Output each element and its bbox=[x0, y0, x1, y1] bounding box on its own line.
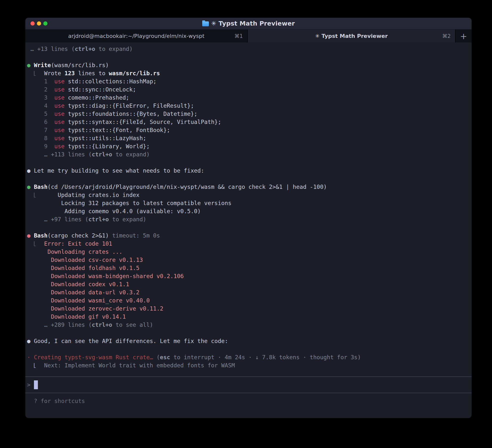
tool-result-error: Downloaded gif v0.14.1 bbox=[27, 313, 470, 321]
tool-result-error: Downloaded csv-core v0.1.13 bbox=[27, 256, 470, 264]
tab-shortcut: ⌘2 bbox=[442, 33, 451, 39]
prompt-input[interactable]: > bbox=[25, 377, 472, 393]
blank-line bbox=[27, 159, 470, 167]
code-line: 5 use typst::foundations::{Bytes, Dateti… bbox=[27, 110, 470, 118]
tool-result: Locking 312 packages to latest compatibl… bbox=[27, 199, 470, 207]
blank-line bbox=[27, 345, 470, 353]
code-line: 7 use typst::text::{Font, FontBook}; bbox=[27, 126, 470, 134]
tab-label: arjdroid@macbookair:~/Playground/elm/nix… bbox=[68, 33, 204, 39]
blank-line bbox=[27, 53, 470, 61]
blank-line bbox=[27, 175, 470, 183]
window-title: ✳ Typst Math Previewer bbox=[211, 20, 295, 27]
window-title-group: ✳ Typst Math Previewer bbox=[202, 20, 295, 27]
tool-result-write: Wrote 123 lines to wasm/src/lib.rs bbox=[27, 69, 470, 77]
result-connector-icon bbox=[34, 71, 36, 76]
assistant-message: ● Let me try building to see what needs … bbox=[27, 167, 470, 175]
tool-result-error: Downloading crates ... bbox=[27, 248, 470, 256]
tool-result-error: Downloaded data-url v0.3.2 bbox=[27, 288, 470, 297]
zoom-window-button[interactable] bbox=[43, 21, 47, 26]
prompt-symbol: > bbox=[27, 382, 34, 388]
tool-result: Updating crates.io index bbox=[27, 191, 470, 199]
titlebar[interactable]: ✳ Typst Math Previewer bbox=[25, 18, 472, 30]
blank-line bbox=[27, 329, 470, 337]
tool-result-error: Downloaded wasm-bindgen-shared v0.2.106 bbox=[27, 272, 470, 280]
code-line: 4 use typst::diag::{FileError, FileResul… bbox=[27, 102, 470, 110]
tool-result-error: Downloaded foldhash v0.1.5 bbox=[27, 264, 470, 272]
tool-result: Adding comemo v0.4.0 (available: v0.5.0) bbox=[27, 207, 470, 215]
tool-result-error: Downloaded zerovec-derive v0.11.2 bbox=[27, 305, 470, 313]
code-line: 1 use std::collections::HashMap; bbox=[27, 77, 470, 86]
window-controls bbox=[31, 18, 47, 29]
close-window-button[interactable] bbox=[31, 21, 35, 26]
tool-result-error: Downloaded wasmi_core v0.40.0 bbox=[27, 297, 470, 305]
shortcuts-hint: ? for shortcuts bbox=[25, 397, 472, 405]
tool-result-error: Downloaded codex v0.1.1 bbox=[27, 280, 470, 288]
spinner-status: · Creating typst-svg-wasm Rust crate… (e… bbox=[27, 353, 470, 361]
code-line: 6 use typst::syntax::{FileId, Source, Vi… bbox=[27, 118, 470, 126]
tool-call-bash: ● Bash(cargo check 2>&1) timeout: 5m 0s bbox=[27, 232, 470, 240]
collapsed-lines-note: … +97 lines (ctrl+o to expand) bbox=[27, 215, 470, 224]
collapsed-lines-note: … +289 lines (ctrl+o to see all) bbox=[27, 321, 470, 329]
tab-typst-math-previewer[interactable]: ✳ Typst Math Previewer ⌘2 bbox=[248, 30, 455, 43]
task-progress: Next: Implement World trait with embedde… bbox=[27, 361, 470, 370]
code-line: 2 use std::sync::OnceLock; bbox=[27, 86, 470, 94]
tool-call-bash: ● Bash(cd /Users/arjdroid/Playground/elm… bbox=[27, 183, 470, 191]
result-connector-icon bbox=[34, 193, 36, 197]
blank-line bbox=[27, 224, 470, 232]
code-line: 3 use comemo::Prehashed; bbox=[27, 94, 470, 102]
code-line: 9 use typst::{Library, World}; bbox=[27, 142, 470, 150]
tab-shortcut: ⌘1 bbox=[234, 33, 243, 39]
tab-label: ✳ Typst Math Previewer bbox=[315, 33, 388, 39]
minimize-window-button[interactable] bbox=[37, 21, 41, 26]
assistant-message: ● Good, I can see the API differences. L… bbox=[27, 337, 470, 345]
new-tab-button[interactable]: + bbox=[455, 30, 472, 43]
tool-call-write: ● Write(wasm/src/lib.rs) bbox=[27, 61, 470, 69]
terminal-window: ✳ Typst Math Previewer arjdroid@macbooka… bbox=[25, 18, 472, 418]
result-connector-icon bbox=[34, 363, 36, 368]
result-connector-icon bbox=[34, 241, 36, 246]
tab-bar: arjdroid@macbookair:~/Playground/elm/nix… bbox=[25, 30, 472, 43]
text-cursor bbox=[34, 380, 38, 389]
collapsed-lines-note: … +13 lines (ctrl+o to expand) bbox=[27, 45, 470, 53]
collapsed-lines-note: … +113 lines (ctrl+o to expand) bbox=[27, 150, 470, 159]
terminal-output: … +13 lines (ctrl+o to expand) ● Write(w… bbox=[25, 43, 472, 370]
code-line: 8 use typst::utils::LazyHash; bbox=[27, 134, 470, 142]
input-box-bottom-border bbox=[25, 393, 472, 393]
tab-shell-session[interactable]: arjdroid@macbookair:~/Playground/elm/nix… bbox=[25, 30, 248, 43]
tool-result-error: Error: Exit code 101 bbox=[27, 240, 470, 248]
blue-folder-icon bbox=[202, 21, 209, 26]
